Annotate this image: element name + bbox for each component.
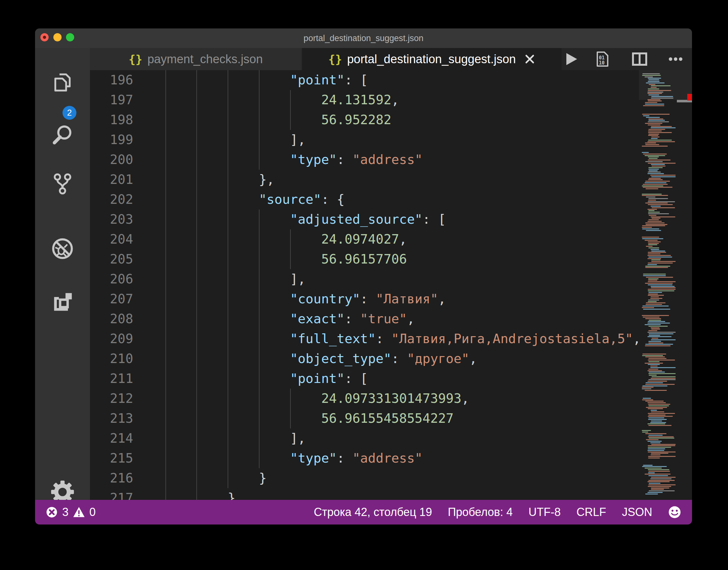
status-bar: 3 0 Строка 42, столбец 19 Пробелов: 4 UT… bbox=[35, 500, 692, 525]
minimap-line bbox=[648, 370, 662, 371]
minimap-line bbox=[648, 121, 669, 122]
minimap-line bbox=[643, 309, 670, 310]
more-actions-button[interactable] bbox=[667, 51, 684, 67]
token-pun: }, bbox=[259, 170, 274, 190]
token-key: "point" bbox=[290, 70, 345, 90]
minimap[interactable] bbox=[639, 70, 677, 500]
code-line[interactable]: 19856.952282 bbox=[90, 110, 692, 130]
token-str: "true" bbox=[360, 309, 407, 329]
code-line[interactable]: 196"point": [ bbox=[90, 70, 692, 90]
code-area[interactable]: 196"point": [19724.131592,19856.95228219… bbox=[90, 70, 692, 500]
indent-guide bbox=[228, 429, 259, 448]
code-line[interactable]: 208"exact": "true", bbox=[90, 309, 692, 329]
code-line[interactable]: 207"country": "Латвия", bbox=[90, 289, 692, 309]
minimap-line bbox=[645, 181, 670, 182]
indent-spacer bbox=[134, 329, 165, 349]
minimap-line bbox=[651, 411, 664, 412]
token-key: "country" bbox=[290, 289, 360, 309]
minimap-line bbox=[648, 323, 670, 324]
code-line[interactable]: 215"type": "address" bbox=[90, 448, 692, 468]
code-line[interactable]: 210"object_type": "другое", bbox=[90, 349, 692, 369]
language-mode[interactable]: JSON bbox=[622, 506, 652, 519]
line-number: 216 bbox=[90, 468, 133, 488]
search-icon[interactable] bbox=[50, 123, 74, 147]
vscode-window: portal_destination_suggest.json 2 bbox=[35, 28, 692, 525]
code-line[interactable]: 216} bbox=[90, 468, 692, 488]
minimap-line bbox=[645, 433, 666, 434]
feedback-smiley-icon[interactable] bbox=[668, 506, 681, 519]
code-line[interactable]: 202"source": { bbox=[90, 190, 692, 210]
eol-setting[interactable]: CRLF bbox=[577, 506, 606, 519]
minimap-line bbox=[648, 336, 672, 337]
source-control-icon[interactable] bbox=[50, 172, 74, 196]
run-button[interactable] bbox=[563, 51, 579, 67]
cursor-position[interactable]: Строка 42, столбец 19 bbox=[314, 506, 432, 519]
minimap-line bbox=[648, 472, 655, 473]
token-num: 56.96155458554227 bbox=[321, 408, 454, 429]
indent-guide bbox=[228, 289, 259, 309]
indent-guide bbox=[196, 309, 228, 329]
indent-guide bbox=[196, 190, 228, 210]
minimap-line bbox=[651, 378, 676, 379]
code-line[interactable]: 21224.097331301473993, bbox=[90, 389, 692, 408]
debug-disabled-icon[interactable] bbox=[50, 237, 74, 261]
indent-guide bbox=[259, 448, 290, 468]
split-editor-button[interactable] bbox=[631, 51, 648, 67]
indent-spacer bbox=[134, 369, 165, 389]
indent-guide bbox=[165, 309, 197, 329]
code-line[interactable]: 201}, bbox=[90, 170, 692, 190]
tab-payment-checks[interactable]: {} payment_checks.json bbox=[90, 48, 302, 70]
minimap-line bbox=[649, 371, 665, 372]
indent-guide bbox=[196, 429, 228, 448]
minimap-line bbox=[650, 422, 666, 423]
code-line[interactable]: 217}, bbox=[90, 488, 692, 500]
code-line[interactable]: 21356.96155458554227 bbox=[90, 408, 692, 429]
close-tab-icon[interactable] bbox=[524, 53, 536, 65]
token-str: "другое" bbox=[407, 349, 469, 369]
minimap-line bbox=[648, 124, 660, 125]
code-line[interactable]: 199], bbox=[90, 130, 692, 150]
line-number: 201 bbox=[90, 170, 133, 190]
token-pun: : bbox=[360, 289, 376, 309]
token-pun: : bbox=[344, 309, 360, 329]
code-line[interactable]: 203"adjusted_source": [ bbox=[90, 210, 692, 229]
minimap-line bbox=[649, 490, 675, 491]
minimap-line bbox=[645, 203, 668, 204]
minimap-line bbox=[651, 261, 676, 262]
line-number: 208 bbox=[90, 309, 133, 329]
indent-guide bbox=[259, 210, 290, 229]
indentation-setting[interactable]: Пробелов: 4 bbox=[448, 506, 513, 519]
indent-guide bbox=[228, 110, 259, 130]
code-line[interactable]: 20424.0974027, bbox=[90, 229, 692, 249]
minimap-line bbox=[648, 198, 668, 199]
indent-spacer bbox=[134, 389, 165, 408]
minimap-line bbox=[642, 430, 651, 431]
token-pun: : [ bbox=[344, 70, 368, 90]
code-line[interactable]: 20556.96157706 bbox=[90, 249, 692, 269]
token-str: "Латвия,Рига,Andrejostasiela,5" bbox=[392, 329, 633, 349]
code-line[interactable]: 209"full_text": "Латвия,Рига,Andrejostas… bbox=[90, 329, 692, 349]
binary-view-button[interactable]: 01 10 bbox=[594, 51, 611, 67]
indent-guide bbox=[259, 369, 290, 389]
minimap-line bbox=[651, 251, 665, 252]
code-line[interactable]: 19724.131592, bbox=[90, 90, 692, 110]
indent-spacer bbox=[134, 289, 165, 309]
encoding-setting[interactable]: UTF-8 bbox=[529, 506, 561, 519]
code-line[interactable]: 206], bbox=[90, 269, 692, 289]
indent-guide bbox=[165, 369, 197, 389]
minimap-line bbox=[645, 494, 658, 495]
minimap-line bbox=[648, 301, 657, 302]
minimap-line bbox=[648, 379, 676, 380]
extensions-icon[interactable] bbox=[50, 290, 74, 314]
code-line[interactable]: 200"type": "address" bbox=[90, 150, 692, 170]
problems-indicator[interactable]: 3 0 bbox=[46, 506, 96, 519]
tab-portal-destination-suggest[interactable]: {} portal_destination_suggest.json bbox=[302, 48, 562, 70]
minimap-slider[interactable] bbox=[639, 70, 692, 100]
code-line[interactable]: 214], bbox=[90, 429, 692, 448]
token-pun: , bbox=[469, 349, 477, 369]
explorer-icon[interactable] bbox=[50, 71, 74, 95]
code-line[interactable]: 211"point": [ bbox=[90, 369, 692, 389]
minimap-line bbox=[642, 229, 659, 229]
error-marker bbox=[687, 94, 692, 100]
indent-guide bbox=[196, 130, 228, 150]
